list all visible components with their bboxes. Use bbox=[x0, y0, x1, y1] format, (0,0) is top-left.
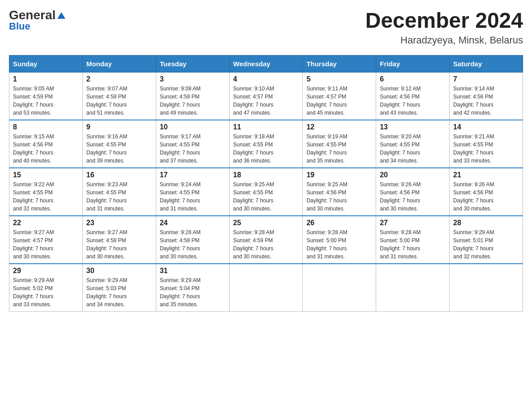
day-info: Sunrise: 9:29 AMSunset: 5:04 PMDaylight:… bbox=[160, 276, 226, 308]
day-number: 1 bbox=[13, 75, 79, 83]
day-number: 19 bbox=[306, 171, 372, 179]
calendar-cell: 17Sunrise: 9:24 AMSunset: 4:55 PMDayligh… bbox=[156, 168, 229, 216]
week-row-5: 29Sunrise: 9:29 AMSunset: 5:02 PMDayligh… bbox=[9, 264, 523, 312]
day-info: Sunrise: 9:16 AMSunset: 4:55 PMDaylight:… bbox=[86, 133, 152, 165]
day-number: 8 bbox=[13, 123, 79, 131]
day-number: 27 bbox=[380, 219, 446, 227]
day-number: 13 bbox=[380, 123, 446, 131]
day-number: 23 bbox=[86, 219, 152, 227]
day-number: 25 bbox=[233, 219, 299, 227]
day-info: Sunrise: 9:29 AMSunset: 5:01 PMDaylight:… bbox=[453, 228, 519, 261]
day-info: Sunrise: 9:17 AMSunset: 4:55 PMDaylight:… bbox=[160, 133, 226, 165]
day-number: 10 bbox=[160, 123, 226, 131]
calendar-cell bbox=[229, 264, 303, 312]
title-section: December 2024 Haradzyeya, Minsk, Belarus bbox=[365, 9, 523, 46]
calendar-cell: 31Sunrise: 9:29 AMSunset: 5:04 PMDayligh… bbox=[156, 264, 229, 312]
day-info: Sunrise: 9:24 AMSunset: 4:55 PMDaylight:… bbox=[160, 180, 226, 213]
day-info: Sunrise: 9:05 AMSunset: 4:59 PMDaylight:… bbox=[13, 85, 79, 117]
day-number: 30 bbox=[86, 267, 152, 275]
day-info: Sunrise: 9:22 AMSunset: 4:55 PMDaylight:… bbox=[13, 180, 79, 213]
calendar-cell: 18Sunrise: 9:25 AMSunset: 4:55 PMDayligh… bbox=[229, 168, 303, 216]
calendar-cell: 12Sunrise: 9:19 AMSunset: 4:55 PMDayligh… bbox=[303, 120, 376, 168]
header-wednesday: Wednesday bbox=[229, 55, 303, 72]
day-number: 31 bbox=[160, 267, 226, 275]
calendar-cell: 24Sunrise: 9:28 AMSunset: 4:58 PMDayligh… bbox=[156, 216, 229, 264]
calendar-cell: 21Sunrise: 9:26 AMSunset: 4:56 PMDayligh… bbox=[450, 168, 523, 216]
day-number: 14 bbox=[453, 123, 519, 131]
header-tuesday: Tuesday bbox=[156, 55, 229, 72]
calendar-cell: 11Sunrise: 9:18 AMSunset: 4:55 PMDayligh… bbox=[229, 120, 303, 168]
calendar-cell bbox=[303, 264, 376, 312]
calendar-cell: 28Sunrise: 9:29 AMSunset: 5:01 PMDayligh… bbox=[450, 216, 523, 264]
week-row-4: 22Sunrise: 9:27 AMSunset: 4:57 PMDayligh… bbox=[9, 216, 523, 264]
day-info: Sunrise: 9:20 AMSunset: 4:55 PMDaylight:… bbox=[380, 133, 446, 165]
calendar-cell: 23Sunrise: 9:27 AMSunset: 4:58 PMDayligh… bbox=[82, 216, 156, 264]
day-info: Sunrise: 9:27 AMSunset: 4:58 PMDaylight:… bbox=[86, 228, 152, 261]
day-info: Sunrise: 9:25 AMSunset: 4:56 PMDaylight:… bbox=[306, 180, 372, 213]
day-number: 12 bbox=[306, 123, 372, 131]
header-monday: Monday bbox=[82, 55, 156, 72]
calendar-cell: 19Sunrise: 9:25 AMSunset: 4:56 PMDayligh… bbox=[303, 168, 376, 216]
calendar-cell: 10Sunrise: 9:17 AMSunset: 4:55 PMDayligh… bbox=[156, 120, 229, 168]
calendar-cell: 3Sunrise: 9:08 AMSunset: 4:58 PMDaylight… bbox=[156, 72, 229, 120]
day-info: Sunrise: 9:29 AMSunset: 5:03 PMDaylight:… bbox=[86, 276, 152, 308]
calendar-cell: 22Sunrise: 9:27 AMSunset: 4:57 PMDayligh… bbox=[9, 216, 83, 264]
day-info: Sunrise: 9:27 AMSunset: 4:57 PMDaylight:… bbox=[13, 228, 79, 261]
svg-marker-0 bbox=[57, 12, 65, 19]
calendar-cell: 9Sunrise: 9:16 AMSunset: 4:55 PMDaylight… bbox=[82, 120, 156, 168]
day-number: 24 bbox=[160, 219, 226, 227]
day-info: Sunrise: 9:21 AMSunset: 4:55 PMDaylight:… bbox=[453, 133, 519, 165]
logo: General Blue bbox=[9, 9, 66, 32]
day-number: 15 bbox=[13, 171, 79, 179]
day-info: Sunrise: 9:14 AMSunset: 4:56 PMDaylight:… bbox=[453, 85, 519, 117]
logo-blue-text: Blue bbox=[9, 21, 30, 32]
day-info: Sunrise: 9:10 AMSunset: 4:57 PMDaylight:… bbox=[233, 85, 299, 117]
day-info: Sunrise: 9:15 AMSunset: 4:56 PMDaylight:… bbox=[13, 133, 79, 165]
day-info: Sunrise: 9:19 AMSunset: 4:55 PMDaylight:… bbox=[306, 133, 372, 165]
week-row-3: 15Sunrise: 9:22 AMSunset: 4:55 PMDayligh… bbox=[9, 168, 523, 216]
day-number: 11 bbox=[233, 123, 299, 131]
day-number: 28 bbox=[453, 219, 519, 227]
day-number: 6 bbox=[380, 75, 446, 83]
day-info: Sunrise: 9:12 AMSunset: 4:56 PMDaylight:… bbox=[380, 85, 446, 117]
days-header-row: SundayMondayTuesdayWednesdayThursdayFrid… bbox=[9, 55, 523, 72]
day-number: 3 bbox=[160, 75, 226, 83]
day-number: 18 bbox=[233, 171, 299, 179]
day-info: Sunrise: 9:25 AMSunset: 4:55 PMDaylight:… bbox=[233, 180, 299, 213]
day-info: Sunrise: 9:08 AMSunset: 4:58 PMDaylight:… bbox=[160, 85, 226, 117]
day-info: Sunrise: 9:26 AMSunset: 4:56 PMDaylight:… bbox=[453, 180, 519, 213]
day-info: Sunrise: 9:07 AMSunset: 4:59 PMDaylight:… bbox=[86, 85, 152, 117]
calendar-cell: 25Sunrise: 9:28 AMSunset: 4:59 PMDayligh… bbox=[229, 216, 303, 264]
header-thursday: Thursday bbox=[303, 55, 376, 72]
day-number: 26 bbox=[306, 219, 372, 227]
day-number: 7 bbox=[453, 75, 519, 83]
calendar-cell: 20Sunrise: 9:26 AMSunset: 4:56 PMDayligh… bbox=[376, 168, 450, 216]
day-info: Sunrise: 9:11 AMSunset: 4:57 PMDaylight:… bbox=[306, 85, 372, 117]
day-info: Sunrise: 9:28 AMSunset: 4:58 PMDaylight:… bbox=[160, 228, 226, 261]
day-number: 20 bbox=[380, 171, 446, 179]
calendar-cell bbox=[376, 264, 450, 312]
day-number: 22 bbox=[13, 219, 79, 227]
day-number: 16 bbox=[86, 171, 152, 179]
day-number: 5 bbox=[306, 75, 372, 83]
calendar-cell: 8Sunrise: 9:15 AMSunset: 4:56 PMDaylight… bbox=[9, 120, 83, 168]
day-number: 2 bbox=[86, 75, 152, 83]
day-number: 21 bbox=[453, 171, 519, 179]
week-row-2: 8Sunrise: 9:15 AMSunset: 4:56 PMDaylight… bbox=[9, 120, 523, 168]
calendar-cell: 29Sunrise: 9:29 AMSunset: 5:02 PMDayligh… bbox=[9, 264, 83, 312]
calendar-cell: 15Sunrise: 9:22 AMSunset: 4:55 PMDayligh… bbox=[9, 168, 83, 216]
day-number: 4 bbox=[233, 75, 299, 83]
calendar-cell bbox=[450, 264, 523, 312]
calendar-cell: 5Sunrise: 9:11 AMSunset: 4:57 PMDaylight… bbox=[303, 72, 376, 120]
calendar-cell: 27Sunrise: 9:28 AMSunset: 5:00 PMDayligh… bbox=[376, 216, 450, 264]
calendar-cell: 2Sunrise: 9:07 AMSunset: 4:59 PMDaylight… bbox=[82, 72, 156, 120]
location-title: Haradzyeya, Minsk, Belarus bbox=[365, 34, 523, 46]
calendar-cell: 30Sunrise: 9:29 AMSunset: 5:03 PMDayligh… bbox=[82, 264, 156, 312]
day-info: Sunrise: 9:28 AMSunset: 5:00 PMDaylight:… bbox=[380, 228, 446, 261]
logo-general-text: General bbox=[9, 9, 66, 21]
day-info: Sunrise: 9:18 AMSunset: 4:55 PMDaylight:… bbox=[233, 133, 299, 165]
calendar-table: SundayMondayTuesdayWednesdayThursdayFrid… bbox=[9, 55, 523, 312]
day-number: 17 bbox=[160, 171, 226, 179]
calendar-cell: 6Sunrise: 9:12 AMSunset: 4:56 PMDaylight… bbox=[376, 72, 450, 120]
day-info: Sunrise: 9:28 AMSunset: 4:59 PMDaylight:… bbox=[233, 228, 299, 261]
